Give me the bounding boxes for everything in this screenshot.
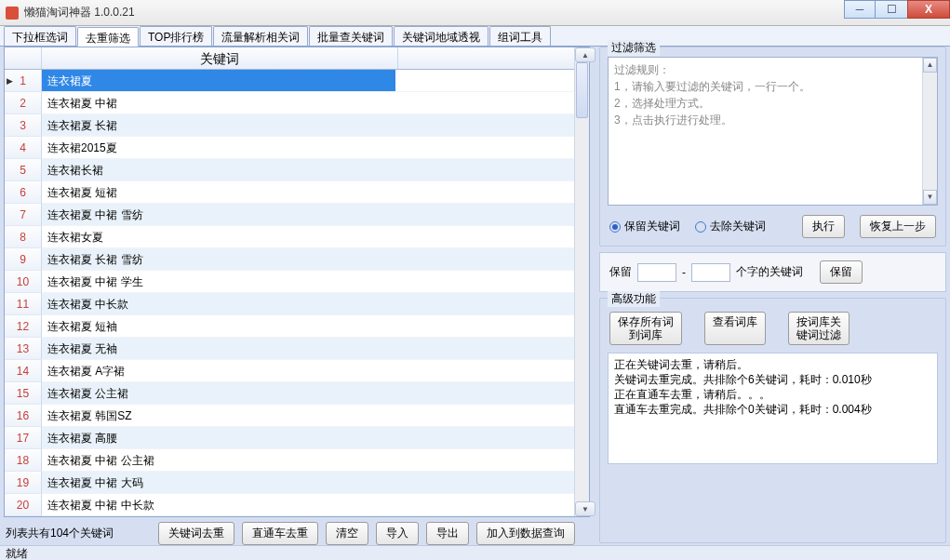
row-keyword[interactable]: 连衣裙夏 长裙 (42, 114, 395, 137)
radio-keep-keyword[interactable]: 保留关键词 (609, 219, 680, 234)
filter-groupbox: 过滤筛选 过滤规则： 1，请输入要过滤的关键词，一行一个。 2，选择处理方式。 … (599, 47, 946, 247)
table-row[interactable]: 7连衣裙夏 中裙 雪纺 (5, 204, 574, 226)
row-blank (395, 315, 574, 338)
scroll-down-icon[interactable]: ▼ (575, 501, 595, 516)
row-number: 17 (5, 427, 42, 449)
row-blank (395, 159, 574, 181)
table-row[interactable]: 18连衣裙夏 中裙 公主裙 (5, 449, 574, 472)
row-number: 8 (5, 226, 42, 248)
row-keyword[interactable]: 连衣裙夏 中裙 (42, 92, 395, 114)
row-keyword[interactable]: 连衣裙夏 短袖 (42, 315, 395, 338)
clear-button[interactable]: 清空 (326, 522, 368, 545)
keep-min-input[interactable] (637, 263, 676, 282)
filter-textarea[interactable]: 过滤规则： 1，请输入要过滤的关键词，一行一个。 2，选择处理方式。 3，点击执… (608, 57, 938, 206)
table-row[interactable]: 20连衣裙夏 中裙 中长款 (5, 494, 574, 516)
tab-traffic-related[interactable]: 流量解析相关词 (213, 26, 308, 46)
row-blank (395, 405, 574, 427)
row-keyword[interactable]: 连衣裙夏 韩国SZ (42, 405, 395, 427)
close-button[interactable]: X (907, 0, 950, 19)
textarea-scrollbar[interactable]: ▲ ▼ (922, 58, 937, 205)
tab-dedup-filter[interactable]: 去重筛选 (77, 27, 139, 47)
row-number: 9 (5, 248, 42, 271)
table-row[interactable]: 5连衣裙长裙 (5, 159, 574, 181)
row-keyword[interactable]: 连衣裙夏 中裙 学生 (42, 271, 395, 293)
row-keyword[interactable]: 连衣裙夏 高腰 (42, 427, 395, 449)
add-to-query-button[interactable]: 加入到数据查询 (476, 522, 575, 545)
row-number: 4 (5, 137, 42, 159)
filter-by-lib-button[interactable]: 按词库关 键词过滤 (788, 312, 850, 345)
table-row[interactable]: 15连衣裙夏 公主裙 (5, 382, 574, 405)
row-keyword[interactable]: 连衣裙2015夏 (42, 137, 395, 159)
tab-dropdown-words[interactable]: 下拉框选词 (4, 26, 76, 46)
keep-length-band: 保留 - 个字的关键词 保留 (599, 252, 946, 292)
table-row[interactable]: 2连衣裙夏 中裙 (5, 92, 574, 114)
undo-button[interactable]: 恢复上一步 (860, 215, 936, 238)
run-filter-button[interactable]: 执行 (802, 215, 845, 238)
table-row[interactable]: 11连衣裙夏 中长款 (5, 293, 574, 315)
advanced-group-title: 高级功能 (608, 291, 660, 307)
row-keyword[interactable]: 连衣裙夏 短裙 (42, 181, 395, 204)
grid-header-num[interactable] (5, 47, 42, 69)
table-row[interactable]: 13连衣裙夏 无袖 (5, 338, 574, 360)
keep-button[interactable]: 保留 (820, 260, 863, 284)
row-keyword[interactable]: 连衣裙长裙 (42, 159, 395, 181)
row-blank (395, 70, 574, 92)
row-keyword[interactable]: 连衣裙夏 中裙 大码 (42, 472, 395, 494)
row-keyword[interactable]: 连衣裙夏 (42, 70, 395, 92)
table-row[interactable]: 10连衣裙夏 中裙 学生 (5, 271, 574, 293)
table-row[interactable]: 6连衣裙夏 短裙 (5, 181, 574, 204)
scroll-thumb[interactable] (576, 62, 588, 118)
row-keyword[interactable]: 连衣裙女夏 (42, 226, 395, 248)
row-number: 7 (5, 204, 42, 226)
grid-header-keyword[interactable]: 关键词 (42, 47, 397, 69)
row-count-label: 列表共有104个关键词 (4, 526, 151, 541)
table-row[interactable]: 4连衣裙2015夏 (5, 137, 574, 159)
log-output[interactable]: 正在关键词去重，请稍后。 关键词去重完成。共排除个6关键词，耗时：0.010秒 … (608, 353, 938, 464)
table-row[interactable]: 8连衣裙女夏 (5, 226, 574, 248)
scroll-up-icon[interactable]: ▲ (575, 47, 595, 62)
window-title: 懒猫淘词神器 1.0.0.21 (24, 5, 135, 20)
tab-word-combine[interactable]: 组词工具 (489, 26, 551, 46)
keep-max-input[interactable] (691, 263, 730, 282)
row-keyword[interactable]: 连衣裙夏 中裙 公主裙 (42, 449, 395, 472)
tab-bar: 下拉框选词 去重筛选 TOP排行榜 流量解析相关词 批量查关键词 关键词地域透视… (0, 26, 950, 47)
dedup-ztc-button[interactable]: 直通车去重 (242, 522, 318, 545)
table-row[interactable]: 16连衣裙夏 韩国SZ (5, 405, 574, 427)
table-row[interactable]: 3连衣裙夏 长裙 (5, 114, 574, 137)
view-lib-button[interactable]: 查看词库 (704, 312, 766, 345)
grid-scrollbar[interactable]: ▲ ▼ (574, 47, 589, 516)
row-keyword[interactable]: 连衣裙夏 公主裙 (42, 382, 395, 405)
scroll-up-icon[interactable]: ▲ (923, 58, 937, 73)
row-blank (395, 204, 574, 226)
save-to-lib-button[interactable]: 保存所有词 到词库 (609, 312, 682, 345)
row-keyword[interactable]: 连衣裙夏 长裙 雪纺 (42, 248, 395, 271)
row-number: 10 (5, 271, 42, 293)
row-keyword[interactable]: 连衣裙夏 中裙 雪纺 (42, 204, 395, 226)
table-row[interactable]: 14连衣裙夏 A字裙 (5, 360, 574, 382)
dedup-keyword-button[interactable]: 关键词去重 (158, 522, 234, 545)
row-keyword[interactable]: 连衣裙夏 中长款 (42, 293, 395, 315)
tab-geo-perspective[interactable]: 关键词地域透视 (394, 26, 488, 46)
radio-remove-keyword[interactable]: 去除关键词 (695, 219, 766, 234)
row-keyword[interactable]: 连衣裙夏 A字裙 (42, 360, 395, 382)
minimize-button[interactable]: ─ (844, 0, 876, 19)
import-button[interactable]: 导入 (376, 522, 419, 545)
table-row[interactable]: 19连衣裙夏 中裙 大码 (5, 472, 574, 494)
row-blank (395, 427, 574, 449)
row-keyword[interactable]: 连衣裙夏 无袖 (42, 338, 395, 360)
table-row[interactable]: 17连衣裙夏 高腰 (5, 427, 574, 449)
table-row[interactable]: 12连衣裙夏 短袖 (5, 315, 574, 338)
row-number: 3 (5, 114, 42, 137)
tab-top-rank[interactable]: TOP排行榜 (140, 26, 212, 46)
maximize-button[interactable]: ☐ (876, 0, 907, 19)
keep-pre-label: 保留 (609, 264, 632, 280)
table-row[interactable]: 9连衣裙夏 长裙 雪纺 (5, 248, 574, 271)
grid-header-blank (397, 47, 574, 69)
scroll-down-icon[interactable]: ▼ (923, 190, 937, 205)
table-row[interactable]: 1连衣裙夏 (5, 70, 574, 92)
tab-batch-query[interactable]: 批量查关键词 (309, 26, 393, 46)
keyword-grid[interactable]: 关键词 1连衣裙夏2连衣裙夏 中裙3连衣裙夏 长裙4连衣裙2015夏5连衣裙长裙… (4, 47, 590, 517)
export-button[interactable]: 导出 (426, 522, 469, 545)
row-blank (395, 114, 574, 137)
row-keyword[interactable]: 连衣裙夏 中裙 中长款 (42, 494, 395, 516)
